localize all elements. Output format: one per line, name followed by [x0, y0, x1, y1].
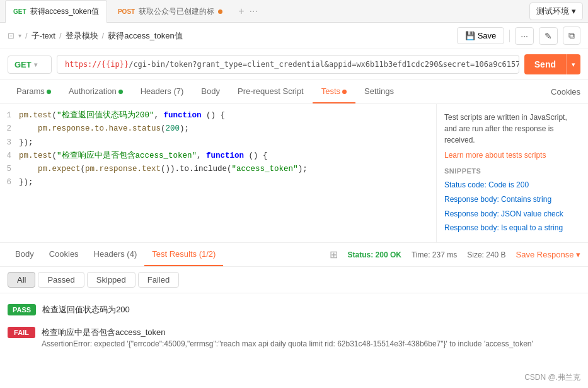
auth-dot: [118, 90, 123, 94]
edit-button[interactable]: ✎: [539, 27, 558, 45]
status-label: Status: 200 OK: [348, 250, 401, 259]
req-tabs: Params Authorization Headers (7) Body Pr…: [0, 80, 588, 104]
filter-bar: All Passed Skipped Failed: [0, 267, 588, 293]
line-num-6: 6: [0, 176, 19, 189]
top-tab-bar: GET 获得access_token值 POST 获取公众号已创建的标 + ··…: [0, 0, 588, 23]
code-content-1: pm.test("检查返回值状态码为200", function () {: [19, 109, 225, 122]
tab-headers[interactable]: Headers (7): [132, 80, 193, 103]
method-select[interactable]: GET ▾: [8, 56, 52, 74]
tab-prerequest[interactable]: Pre-request Script: [229, 80, 313, 103]
tab-body[interactable]: Body: [192, 80, 229, 103]
more-tabs-button[interactable]: ···: [250, 6, 258, 17]
tab-authorization[interactable]: Authorization: [60, 80, 132, 103]
code-line-2: 2 pm.response.to.have.status(200);: [0, 122, 436, 136]
code-line-3: 3 });: [0, 136, 436, 150]
copy-button[interactable]: ⧉: [563, 26, 580, 45]
test-result-msg-1: 检查返回值状态码为200: [42, 303, 130, 316]
save-icon: 💾: [465, 31, 475, 40]
tab-get-access-token[interactable]: GET 获得access_token值: [5, 0, 107, 23]
cookies-link[interactable]: Cookies: [551, 87, 580, 97]
snippet-body-contains[interactable]: Response body: Contains string: [444, 194, 580, 205]
time-label: Time: 237 ms: [412, 250, 457, 259]
url-input[interactable]: https://{{ip}}/cgi-bin/token?grant_type=…: [57, 55, 519, 74]
save-label: Save: [478, 31, 497, 40]
url-path: /cgi-bin/token?grant_type=client_credent…: [129, 60, 519, 69]
filter-failed-button[interactable]: Failed: [138, 272, 179, 288]
resp-tabs-bar: Body Cookies Headers (4) Test Results (1…: [0, 243, 588, 267]
divider: [509, 30, 510, 42]
side-panel: Test scripts are written in JavaScript, …: [437, 104, 588, 242]
chevron-down-icon: ▾: [34, 61, 37, 68]
tests-dot: [342, 90, 347, 94]
code-content-3: });: [19, 136, 33, 150]
learn-more-link[interactable]: Learn more about tests scripts: [444, 151, 546, 160]
more-options-button[interactable]: ···: [515, 27, 534, 45]
method-label: GET: [14, 60, 32, 69]
line-num-3: 3: [0, 136, 19, 150]
test-message-2: 检查响应中是否包含access_token: [42, 326, 533, 339]
sep3: /: [102, 31, 105, 40]
resp-tab-body[interactable]: Body: [8, 243, 42, 266]
code-line-5: 5 pm.expect(pm.response.text()).to.inclu…: [0, 163, 436, 176]
test-results: PASS 检查返回值状态码为200 FAIL 检查响应中是否包含access_t…: [0, 293, 588, 358]
filter-passed-button[interactable]: Passed: [38, 272, 84, 288]
test-result-msg-2: 检查响应中是否包含access_token AssertionError: ex…: [42, 326, 533, 349]
chevron-down-icon: ▾: [572, 6, 576, 16]
tab-dot-post: [218, 9, 222, 14]
tab-tests[interactable]: Tests: [313, 80, 355, 103]
env-label: 测试环境: [536, 6, 569, 17]
breadcrumb-bar: ⊡ ▾ / 子-text / 登录模块 / 获得access_token值 💾 …: [0, 23, 588, 49]
size-label: Size: 240 B: [467, 250, 505, 259]
test-message-1: 检查返回值状态码为200: [42, 303, 130, 316]
test-detail-2: AssertionError: expected '{"errcode":450…: [42, 339, 533, 348]
side-description: Test scripts are written in JavaScript, …: [444, 112, 580, 146]
breadcrumb-part-3: 获得access_token值: [108, 30, 183, 42]
code-content-2: pm.response.to.have.status(200);: [19, 122, 189, 136]
sep1: /: [25, 31, 28, 40]
save-button[interactable]: 💾 Save: [457, 27, 505, 44]
tab-settings[interactable]: Settings: [355, 80, 403, 103]
tab-params[interactable]: Params: [8, 80, 60, 103]
test-result-row-2: FAIL 检查响应中是否包含access_token AssertionErro…: [0, 321, 588, 354]
url-variable: https://{{ip}}: [65, 60, 129, 69]
resp-tab-cookies[interactable]: Cookies: [42, 243, 86, 266]
network-icon: ⊞: [330, 249, 338, 261]
code-content-4: pm.test("检查响应中是否包含access_token", functio…: [19, 150, 268, 163]
save-response-button[interactable]: Save Response ▾: [516, 250, 580, 259]
code-content-5: pm.expect(pm.response.text()).to.include…: [19, 163, 308, 176]
send-arrow-button[interactable]: ▾: [566, 54, 580, 74]
line-num-2: 2: [0, 122, 19, 136]
sep2: /: [59, 31, 62, 40]
env-selector[interactable]: 测试环境 ▾: [529, 3, 583, 20]
code-line-6: 6 });: [0, 176, 436, 189]
main-content: 1 pm.test("检查返回值状态码为200", function () { …: [0, 104, 588, 243]
pass-badge-1: PASS: [8, 304, 36, 315]
snippet-json-check[interactable]: Response body: JSON value check: [444, 209, 580, 220]
filter-skipped-button[interactable]: Skipped: [87, 272, 135, 288]
resp-status-bar: ⊞ Status: 200 OK Time: 237 ms Size: 240 …: [330, 249, 580, 261]
line-num-1: 1: [0, 109, 19, 122]
params-dot: [47, 90, 51, 94]
breadcrumb-part-2: 登录模块: [66, 30, 98, 42]
code-line-1: 1 pm.test("检查返回值状态码为200", function () {: [0, 109, 436, 122]
tab-label-get: 获得access_token值: [30, 6, 99, 17]
breadcrumb: ⊡ ▾ / 子-text / 登录模块 / 获得access_token值: [8, 30, 457, 42]
tab-label-post: 获取公众号已创建的标: [139, 6, 214, 17]
add-tab-button[interactable]: +: [238, 6, 244, 17]
filter-all-button[interactable]: All: [8, 272, 35, 288]
code-editor[interactable]: 1 pm.test("检查返回值状态码为200", function () { …: [0, 104, 437, 242]
resp-tab-headers[interactable]: Headers (4): [86, 243, 145, 266]
toolbar-right: 💾 Save ··· ✎ ⧉: [457, 26, 580, 45]
url-bar: GET ▾ https://{{ip}}/cgi-bin/token?grant…: [0, 49, 588, 80]
fail-badge-2: FAIL: [8, 327, 35, 338]
tab-post-create[interactable]: POST 获取公众号已创建的标: [110, 0, 231, 23]
snippet-body-equal[interactable]: Response body: Is equal to a string: [444, 223, 580, 233]
method-badge-get: GET: [13, 8, 26, 15]
test-result-row-1: PASS 检查返回值状态码为200: [0, 298, 588, 321]
resp-tab-test-results[interactable]: Test Results (1/2): [144, 243, 223, 266]
send-group: Send ▾: [524, 54, 580, 74]
line-num-4: 4: [0, 150, 19, 163]
breadcrumb-part-1: 子-text: [32, 30, 55, 42]
send-button[interactable]: Send: [524, 54, 566, 74]
snippet-status-code[interactable]: Status code: Code is 200: [444, 180, 580, 191]
